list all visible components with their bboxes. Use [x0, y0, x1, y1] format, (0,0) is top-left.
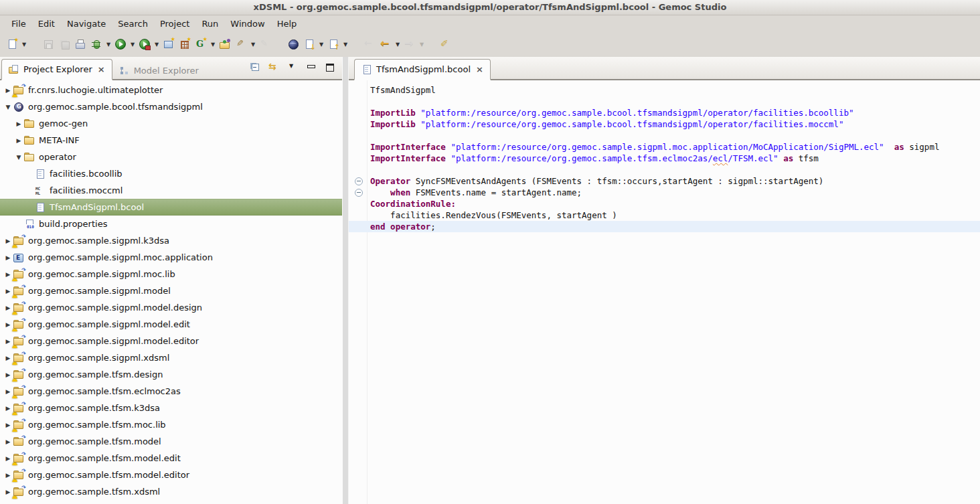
- code-line[interactable]: facilities.RendezVous(FSMEvents, startAg…: [349, 209, 980, 221]
- run-dropdown[interactable]: ▼: [129, 36, 137, 52]
- gemoc-studio-window: xDSML - org.gemoc.sample.bcool.tfsmandsi…: [0, 0, 980, 504]
- tab-project-explorer[interactable]: Project Explorer×: [1, 59, 112, 80]
- new-wizard-button[interactable]: [4, 36, 20, 52]
- fold-collapse-icon[interactable]: [355, 189, 363, 197]
- tree-item[interactable]: ▼org.gemoc.sample.bcool.tfsmandsigpml: [0, 98, 342, 115]
- panel-sash[interactable]: [342, 57, 349, 504]
- menu-search[interactable]: Search: [112, 17, 154, 30]
- highlighter-button[interactable]: [438, 36, 454, 52]
- run-external-tools-button[interactable]: [137, 36, 153, 52]
- tab-model-explorer[interactable]: Model Explorer: [112, 61, 206, 80]
- new-diagram-wizard-button[interactable]: [161, 36, 177, 52]
- maximize-button[interactable]: [325, 62, 335, 75]
- tree-item[interactable]: ▼operator: [0, 149, 342, 165]
- chevron-down-icon[interactable]: ▼: [3, 104, 13, 110]
- menu-window[interactable]: Window: [224, 17, 270, 30]
- tree-item[interactable]: ▶↷org.gemoc.sample.sigpml.model.editor: [0, 333, 342, 349]
- code-segment: "platform:/resource/org.gemoc.sample.tfs…: [451, 153, 712, 163]
- menu-navigate[interactable]: Navigate: [61, 17, 112, 30]
- close-icon[interactable]: ×: [476, 64, 483, 74]
- chevron-right-icon[interactable]: ▶: [13, 137, 24, 144]
- next-annotation-button[interactable]: [301, 36, 317, 52]
- chevron-down-icon[interactable]: ▼: [13, 154, 24, 161]
- view-menu-button[interactable]: [287, 62, 298, 75]
- tree-item[interactable]: ▶↷org.gemoc.sample.sigpml.model.design: [0, 299, 342, 316]
- next-annotation-dropdown[interactable]: ▼: [317, 36, 325, 52]
- previous-annotation-button[interactable]: [325, 36, 341, 52]
- tree-item-label: fr.cnrs.luchogie.ultimateplotter: [28, 85, 163, 95]
- tree-item-label: org.gemoc.sample.sigpml.model.edit: [28, 319, 190, 329]
- menu-file[interactable]: File: [5, 17, 32, 30]
- tree-item-label: org.gemoc.sample.sigpml.moc.application: [28, 252, 213, 262]
- tree-item[interactable]: ▶META-INF: [0, 132, 342, 149]
- previous-annotation-dropdown[interactable]: ▼: [341, 36, 349, 52]
- chevron-right-icon[interactable]: ▶: [13, 120, 24, 127]
- code-line[interactable]: [349, 164, 980, 175]
- menu-run[interactable]: Run: [195, 17, 224, 30]
- code-line[interactable]: ImportInterface "platform:/resource/org.…: [349, 141, 980, 153]
- run-button[interactable]: [112, 36, 129, 52]
- back-button[interactable]: [378, 36, 394, 52]
- tree-item[interactable]: ▶↷org.gemoc.sample.tfsm.eclmoc2as: [0, 383, 342, 400]
- code-line[interactable]: Operator SyncFSMEventsAndAgents (FSMEven…: [349, 175, 980, 187]
- warning-overlay-icon: [12, 310, 17, 315]
- menu-project[interactable]: Project: [154, 17, 195, 30]
- new-gemoc-project-dropdown[interactable]: ▼: [209, 36, 217, 52]
- tree-item[interactable]: facilities.bcoollib: [0, 165, 342, 182]
- tree-item[interactable]: facilities.moccml: [0, 182, 342, 199]
- code-segment: as: [783, 153, 793, 163]
- minimize-button[interactable]: [306, 62, 317, 75]
- tree-item[interactable]: ▶↷org.gemoc.sample.tfsm.model: [0, 433, 342, 450]
- tree-item[interactable]: ▶gemoc-gen: [0, 115, 342, 132]
- code-line[interactable]: ImportInterface "platform:/resource/org.…: [349, 153, 980, 164]
- mark-occurrences-button[interactable]: [233, 36, 249, 52]
- chevron-right-icon[interactable]: ▶: [3, 254, 13, 261]
- close-icon[interactable]: ×: [98, 64, 105, 74]
- back-dropdown[interactable]: ▼: [394, 36, 402, 52]
- tree-item[interactable]: ▶↷org.gemoc.sample.tfsm.k3dsa: [0, 400, 342, 416]
- collapse-all-button[interactable]: [250, 62, 260, 75]
- tree-item[interactable]: ▶↷org.gemoc.sample.sigpml.model.edit: [0, 316, 342, 333]
- tree-item[interactable]: ▶↷org.gemoc.sample.sigpml.model: [0, 282, 342, 299]
- tree-item[interactable]: ▶↷org.gemoc.sample.tfsm.xdsml: [0, 483, 342, 500]
- code-line[interactable]: TfsmAndSigpml: [349, 84, 980, 96]
- code-line[interactable]: [349, 96, 980, 107]
- tree-item[interactable]: ▶↷org.gemoc.sample.sigpml.xdsml: [0, 349, 342, 366]
- print-button[interactable]: [72, 36, 88, 52]
- tab-tfsmandsigpml.bcool[interactable]: TfsmAndSigpml.bcool×: [354, 59, 491, 80]
- new-grid-wizard-button[interactable]: [177, 36, 193, 52]
- code-line[interactable]: ImportLib "platform:/resource/org.gemoc.…: [349, 118, 980, 130]
- fold-collapse-icon[interactable]: [355, 177, 363, 185]
- warning-overlay-icon: [12, 394, 17, 398]
- tree-item[interactable]: ▶↷org.gemoc.sample.tfsm.model.editor: [0, 467, 342, 483]
- menu-help[interactable]: Help: [271, 17, 303, 30]
- chevron-right-icon[interactable]: ▶: [3, 438, 13, 445]
- editor-tabs: TfsmAndSigpml.bcool×: [354, 59, 491, 79]
- code-line[interactable]: [349, 130, 980, 141]
- open-element-button[interactable]: [217, 36, 233, 52]
- tree-item[interactable]: ▶org.gemoc.sample.sigpml.moc.application: [0, 249, 342, 266]
- tree-item[interactable]: TfsmAndSigpml.bcool: [0, 199, 342, 216]
- code-line[interactable]: end operator;: [349, 221, 980, 232]
- tree-item[interactable]: ▶↷org.gemoc.sample.tfsm.moc.lib: [0, 416, 342, 433]
- mark-occurrences-dropdown[interactable]: ▼: [249, 36, 257, 52]
- code-line[interactable]: ImportLib "platform:/resource/org.gemoc.…: [349, 107, 980, 118]
- debug-button[interactable]: [88, 36, 104, 52]
- menu-edit[interactable]: Edit: [32, 17, 61, 30]
- code-line[interactable]: CoordinationRule:: [349, 198, 980, 209]
- link-with-editor-button[interactable]: [268, 62, 279, 75]
- tree-item[interactable]: ▶↷org.gemoc.sample.sigpml.moc.lib: [0, 266, 342, 282]
- tree-item[interactable]: ▶↷org.gemoc.sample.sigpml.k3dsa: [0, 232, 342, 249]
- tree-item[interactable]: ▶↷org.gemoc.sample.tfsm.design: [0, 366, 342, 383]
- open-browser-button[interactable]: [285, 36, 301, 52]
- code-editor[interactable]: TfsmAndSigpmlImportLib "platform:/resour…: [349, 80, 980, 504]
- tree-item[interactable]: ▶↷fr.cnrs.luchogie.ultimateplotter: [0, 82, 342, 98]
- new-diagram-wizard-icon: [163, 39, 174, 50]
- code-line[interactable]: when FSMEvents.name = startAgent.name;: [349, 187, 980, 198]
- new-gemoc-project-button[interactable]: [193, 36, 209, 52]
- tree-item[interactable]: ▶↷org.gemoc.sample.tfsm.model.edit: [0, 450, 342, 467]
- tree-item[interactable]: build.properties: [0, 216, 342, 232]
- new-wizard-dropdown[interactable]: ▼: [20, 36, 28, 52]
- run-external-tools-dropdown[interactable]: ▼: [153, 36, 161, 52]
- debug-dropdown[interactable]: ▼: [104, 36, 112, 52]
